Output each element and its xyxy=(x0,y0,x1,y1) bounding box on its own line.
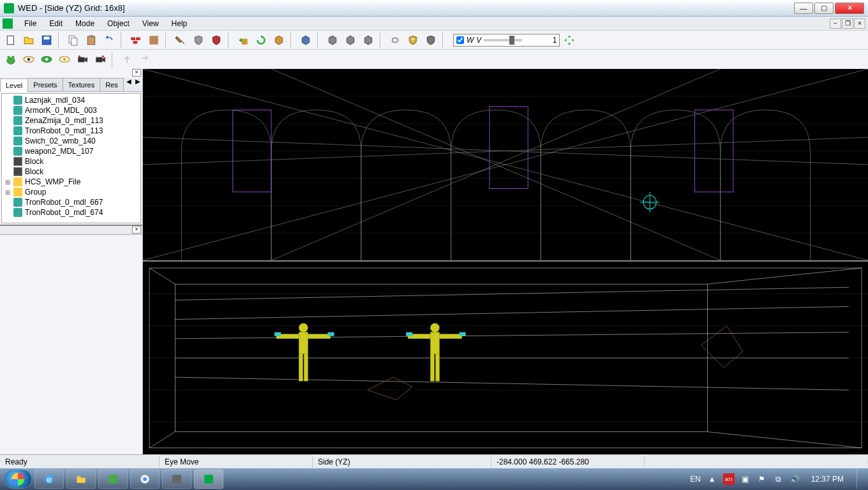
viewport-area xyxy=(143,69,868,454)
w-checkbox[interactable] xyxy=(456,36,464,44)
tree-item[interactable]: Laznjak_mdl_034 xyxy=(2,95,140,105)
texture-button[interactable] xyxy=(146,32,162,48)
taskbar-app2[interactable] xyxy=(162,470,191,489)
tab-textures[interactable]: Textures xyxy=(63,78,101,91)
undo-button[interactable] xyxy=(101,32,117,48)
tree-item[interactable]: ⊞HCS_WMP_File xyxy=(2,177,140,187)
frog-green-button[interactable] xyxy=(3,51,19,68)
tray-flag-icon[interactable]: ⚑ xyxy=(756,473,768,485)
shield-red-button[interactable] xyxy=(208,32,225,48)
tray-clock[interactable]: 12:37 PM xyxy=(806,475,849,484)
arrow-up-gray-button[interactable] xyxy=(119,51,135,68)
svg-rect-74 xyxy=(430,354,434,381)
mdl-icon xyxy=(13,96,22,105)
tree-item[interactable]: Block xyxy=(2,167,140,177)
tray-network-icon[interactable]: ⧉ xyxy=(773,473,784,485)
menu-mode[interactable]: Mode xyxy=(69,17,101,30)
open-button[interactable] xyxy=(20,32,37,48)
svg-rect-75 xyxy=(435,354,439,381)
svg-rect-22 xyxy=(78,57,84,63)
menu-view[interactable]: View xyxy=(136,17,165,30)
fld-icon xyxy=(13,177,22,186)
tree-item[interactable]: Swich_02_wmb_140 xyxy=(2,136,140,146)
tree-item[interactable]: ArmorK_0_MDL_003 xyxy=(2,105,140,115)
viewport-bottom[interactable] xyxy=(143,262,868,454)
tree-item[interactable]: Block xyxy=(2,156,140,167)
tree-item[interactable]: TronRobot_0_mdl_113 xyxy=(2,126,140,136)
shield-plus-button[interactable]: + xyxy=(405,32,421,48)
tab-level[interactable]: Level xyxy=(0,78,28,92)
mdl-icon xyxy=(13,116,22,125)
show-desktop-button[interactable] xyxy=(857,470,864,489)
tab-scroll-right[interactable]: ▶ xyxy=(133,78,142,91)
svg-rect-8 xyxy=(136,37,140,40)
tray-lang[interactable]: EN xyxy=(690,473,701,485)
menu-edit[interactable]: Edit xyxy=(43,17,69,30)
bricks-button[interactable] xyxy=(128,32,144,48)
tab-resources[interactable]: Res xyxy=(100,78,124,91)
maximize-button[interactable]: ▢ xyxy=(814,3,834,14)
mdi-close-button[interactable]: × xyxy=(854,19,865,29)
tab-presets[interactable]: Presets xyxy=(27,78,63,91)
tray-volume-icon[interactable]: 🔊 xyxy=(789,473,801,485)
w-field[interactable]: W V xyxy=(453,34,560,47)
paste-button[interactable] xyxy=(83,32,100,48)
tree-item[interactable]: TronRobot_0_mdl_667 xyxy=(2,197,140,207)
tree-item[interactable]: weapon2_MDL_107 xyxy=(2,146,140,156)
menubar: File Edit Mode Object View Help − ❐ × xyxy=(0,17,868,31)
side-panel-close-button[interactable]: × xyxy=(132,69,141,77)
taskbar-ie[interactable]: e xyxy=(34,470,64,489)
level-tree[interactable]: Laznjak_mdl_034ArmorK_0_MDL_003ZenaZmija… xyxy=(1,93,141,223)
menu-file[interactable]: File xyxy=(18,17,43,30)
taskbar-app1[interactable] xyxy=(98,470,128,489)
menu-object[interactable]: Object xyxy=(101,17,136,30)
mdi-minimize-button[interactable]: − xyxy=(830,19,841,29)
refresh-green-button[interactable] xyxy=(253,32,269,48)
copy-button[interactable] xyxy=(65,32,82,48)
cube-blue-button[interactable] xyxy=(297,32,314,48)
tab-scroll-left[interactable]: ◀ xyxy=(124,78,133,91)
menu-help[interactable]: Help xyxy=(165,17,194,30)
w-slider[interactable] xyxy=(484,39,522,41)
w-value-field[interactable] xyxy=(525,36,557,45)
taskbar-explorer[interactable] xyxy=(66,470,96,489)
link-button[interactable] xyxy=(387,32,403,48)
save-button[interactable] xyxy=(38,32,55,48)
start-button[interactable] xyxy=(4,470,32,489)
tray-ati-icon[interactable]: ATI xyxy=(723,473,735,485)
svg-point-14 xyxy=(7,56,10,59)
arrow-swap-gray-button[interactable] xyxy=(137,51,153,68)
eye-green-button[interactable] xyxy=(38,51,55,68)
shield-dark-button[interactable] xyxy=(423,32,439,48)
mdl-icon xyxy=(13,147,22,156)
side-panel-bottom-close[interactable]: × xyxy=(132,226,141,234)
cube-gray3-button[interactable] xyxy=(360,32,377,48)
tray-up-icon[interactable]: ▲ xyxy=(707,473,718,485)
svg-point-19 xyxy=(45,58,49,61)
hammer-button[interactable] xyxy=(172,32,189,48)
camera-red2-button[interactable] xyxy=(92,51,108,68)
window-title: WED - [Side (YZ) Grid: 16x8] xyxy=(18,3,794,13)
shield-gray-button[interactable] xyxy=(190,32,207,48)
new-button[interactable] xyxy=(3,32,19,48)
move-arrows-button[interactable] xyxy=(561,32,578,48)
cube-green-arrow-button[interactable] xyxy=(235,32,251,48)
tree-item-label: Block xyxy=(25,167,43,176)
cube-orange-button[interactable] xyxy=(271,32,287,48)
mdi-restore-button[interactable]: ❐ xyxy=(842,19,853,29)
tray-camera-icon[interactable]: ▣ xyxy=(740,473,751,485)
eye-button[interactable] xyxy=(20,51,37,68)
taskbar-wed[interactable] xyxy=(194,470,223,489)
minimize-button[interactable]: — xyxy=(794,3,813,14)
cube-gray2-button[interactable] xyxy=(342,32,359,48)
close-button[interactable]: ✕ xyxy=(835,3,864,14)
tree-item[interactable]: ⊞Group xyxy=(2,187,140,197)
cube-gray1-button[interactable] xyxy=(324,32,341,48)
mdl-icon xyxy=(13,137,22,145)
viewport-top[interactable] xyxy=(143,69,868,262)
tree-item[interactable]: TronRobot_0_mdl_674 xyxy=(2,207,140,218)
camera-red1-button[interactable] xyxy=(74,51,91,68)
taskbar-chrome[interactable] xyxy=(130,470,160,489)
eye-yellow-button[interactable] xyxy=(56,51,73,68)
tree-item[interactable]: ZenaZmija_0_mdl_113 xyxy=(2,115,140,126)
